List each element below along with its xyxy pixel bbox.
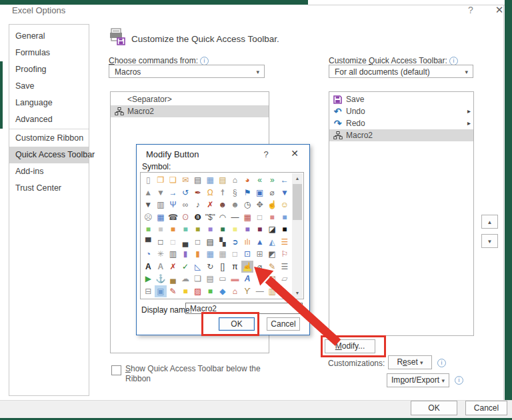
scroll-up-icon[interactable]: ▲ (292, 173, 303, 183)
symbol-cell[interactable]: ⚐ (279, 248, 291, 261)
symbol-cell[interactable]: ◭ (266, 236, 279, 249)
symbol-cell[interactable]: ■ (241, 223, 254, 236)
symbol-cell[interactable]: ▣ (155, 285, 167, 298)
modify-cancel-button[interactable]: Cancel (267, 317, 300, 331)
symbol-cell[interactable]: ϯ (217, 187, 229, 199)
list-item-separator[interactable]: <Separator> (111, 93, 269, 105)
symbol-cell[interactable]: ılı (241, 236, 254, 249)
symbol-cell[interactable]: ☹ (142, 211, 155, 224)
symbol-cell[interactable]: ✓ (179, 261, 192, 273)
symbol-cell[interactable]: ▯ (142, 174, 155, 187)
symbol-cell[interactable]: ■ (279, 223, 291, 236)
scroll-down-icon[interactable]: ▼ (292, 288, 303, 298)
move-up-button[interactable]: ▲ (481, 215, 498, 229)
show-qat-below-ribbon-checkbox[interactable] (111, 365, 121, 375)
symbol-cell[interactable]: ✉ (179, 174, 192, 187)
symbol-cell[interactable]: ◠ (217, 211, 229, 224)
symbol-cell[interactable]: ▄ (167, 273, 179, 285)
symbol-cell[interactable]: ⌀ (266, 187, 279, 199)
symbol-cell[interactable]: ■ (253, 223, 266, 236)
symbol-cell[interactable]: » (266, 174, 279, 187)
symbol-cell[interactable]: ▦ (217, 248, 229, 261)
symbol-cell-selected[interactable]: ☝ (241, 261, 254, 273)
symbol-cell[interactable]: ☝ (266, 199, 279, 211)
symbol-cell[interactable]: ■ (179, 223, 192, 236)
symbol-cell[interactable]: A (241, 273, 254, 285)
customize-qat-dropdown[interactable]: For all documents (default)▾ (329, 65, 473, 78)
sidebar-item-save[interactable]: Save (9, 78, 89, 95)
symbol-cell[interactable]: ▲ (142, 187, 155, 199)
symbol-cell[interactable]: ■ (279, 211, 291, 224)
symbol-cell[interactable]: ◩ (266, 248, 279, 261)
symbol-cell[interactable]: ⌂ (229, 174, 241, 187)
scrollbar[interactable]: ▲ ▼ (292, 173, 303, 298)
symbol-cell[interactable]: ☰ (279, 236, 291, 249)
symbol-cell[interactable]: ▣ (253, 187, 266, 199)
choose-commands-dropdown[interactable]: Macros▾ (109, 65, 265, 78)
list-item-macro2[interactable]: Macro2 (111, 105, 269, 117)
symbol-cell[interactable]: ▼ (279, 187, 291, 199)
symbol-cell[interactable]: □ (155, 236, 167, 249)
symbol-cell[interactable]: □ (229, 248, 241, 261)
symbol-cell[interactable]: "$" (204, 211, 217, 224)
ok-button[interactable]: OK (411, 401, 457, 415)
symbol-cell[interactable]: → (167, 187, 179, 199)
symbol-cell[interactable]: § (229, 187, 241, 199)
symbol-cell[interactable]: ▼ (142, 199, 155, 211)
dialog-help-icon[interactable]: ? (261, 149, 271, 159)
symbol-cell[interactable]: ↻ (204, 261, 217, 273)
symbol-cell[interactable]: ☰ (279, 261, 291, 273)
symbol-cell[interactable]: ⊟ (142, 285, 155, 298)
import-export-button[interactable]: Import/Export ▾ (387, 373, 449, 387)
symbol-cell[interactable]: ■ (142, 223, 155, 236)
symbol-cell[interactable]: ▱ (279, 273, 291, 285)
symbol-cell[interactable]: ✥ (253, 199, 266, 211)
symbol-cell[interactable]: ✳ (155, 248, 167, 261)
symbol-cell[interactable]: ■ (167, 223, 179, 236)
symbol-cell[interactable]: ✒ (191, 187, 204, 199)
sidebar-item-proofing[interactable]: Proofing (9, 61, 89, 78)
cancel-button[interactable]: Cancel (465, 401, 507, 415)
symbol-cell[interactable]: [] (217, 261, 229, 273)
symbol-cell[interactable]: Ω (204, 187, 217, 199)
symbol-cell[interactable]: ∙ (253, 273, 266, 285)
close-icon[interactable]: ✕ (493, 4, 506, 16)
symbol-cell[interactable]: ❽ (191, 211, 204, 224)
symbol-cell[interactable]: ➲ (229, 236, 241, 249)
sidebar-item-language[interactable]: Language (9, 95, 89, 111)
symbol-cell[interactable]: ϒ (241, 285, 254, 298)
symbol-cell[interactable]: ❏ (167, 174, 179, 187)
symbol-cell[interactable]: ▬ (229, 273, 241, 285)
symbol-cell[interactable]: ☻ (217, 199, 229, 211)
symbol-cell[interactable]: ▮ (179, 248, 192, 261)
sidebar-item-general[interactable]: General (9, 28, 89, 45)
info-icon[interactable]: i (455, 376, 463, 385)
symbol-cell[interactable]: ☺ (279, 199, 291, 211)
symbol-cell[interactable]: ◪ (266, 223, 279, 236)
symbol-cell[interactable]: ▥ (155, 199, 167, 211)
symbol-cell[interactable]: ʘ (179, 211, 192, 224)
list-item-redo[interactable]: ↷Redo▸ (329, 117, 473, 129)
symbol-cell[interactable]: ▤ (191, 174, 204, 187)
symbol-cell[interactable]: « (253, 174, 266, 187)
symbol-cell[interactable]: ◇ (279, 285, 291, 298)
symbol-cell[interactable]: ▄ (179, 236, 192, 249)
symbol-cell[interactable]: ◺ (191, 261, 204, 273)
symbol-cell[interactable]: ◕ (241, 174, 254, 187)
symbol-cell[interactable]: ▤ (217, 174, 229, 187)
symbol-cell[interactable]: ▦ (204, 174, 217, 187)
symbol-cell[interactable]: ▦ (204, 248, 217, 261)
list-item-macro2[interactable]: Macro2 (329, 129, 473, 141)
symbol-cell[interactable]: □ (253, 211, 266, 224)
symbol-cell[interactable]: ✉ (266, 273, 279, 285)
symbol-cell[interactable]: ■ (204, 223, 217, 236)
move-down-button[interactable]: ▼ (481, 234, 498, 248)
sidebar-item-quick-access-toolbar[interactable]: Quick Access Toolbar (9, 147, 89, 163)
symbol-cell[interactable]: Ψ (167, 199, 179, 211)
symbol-cell[interactable]: A (155, 261, 167, 273)
symbol-cell[interactable]: ■ (217, 223, 229, 236)
list-item-undo[interactable]: ↶Undo▸ (329, 105, 473, 117)
help-icon[interactable]: ? (465, 5, 477, 15)
symbol-cell[interactable]: ▀ (142, 236, 155, 249)
symbol-cell[interactable]: ▥ (266, 285, 279, 298)
